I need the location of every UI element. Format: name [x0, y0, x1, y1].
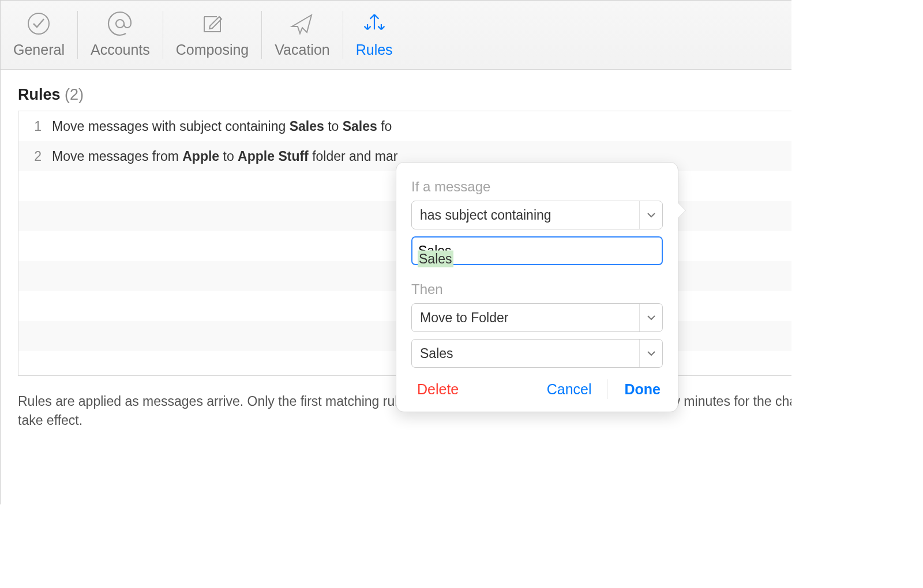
- rules-header: Rules (2) Add a Rule…: [18, 86, 791, 104]
- condition-value-input[interactable]: [411, 236, 663, 265]
- tab-label: Vacation: [275, 42, 329, 58]
- then-label: Then: [411, 281, 663, 297]
- chevron-down-icon: [639, 201, 662, 229]
- condition-value-wrapper: Sales: [411, 236, 663, 281]
- row-index: 1: [29, 119, 42, 134]
- svg-point-1: [116, 20, 124, 28]
- tab-label: General: [13, 42, 65, 58]
- airplane-icon: [289, 10, 316, 37]
- tab-composing[interactable]: Composing: [163, 1, 261, 69]
- svg-point-0: [28, 13, 49, 34]
- popover-footer: Delete Cancel Done: [411, 379, 663, 399]
- tab-general[interactable]: General: [1, 1, 77, 69]
- condition-type-select[interactable]: has subject containing: [411, 201, 663, 229]
- compose-icon: [199, 10, 226, 37]
- if-label: If a message: [411, 179, 663, 195]
- chevron-down-icon: [639, 340, 662, 367]
- destination-folder-select[interactable]: Sales: [411, 339, 663, 368]
- rules-icon: [361, 10, 388, 37]
- at-sign-icon: [107, 10, 133, 37]
- chevron-down-icon: [639, 304, 662, 331]
- row-description: Move messages with subject containing Sa…: [52, 119, 791, 134]
- rules-count: (2): [65, 86, 84, 103]
- action-type-select[interactable]: Move to Folder: [411, 303, 663, 332]
- tab-accounts[interactable]: Accounts: [78, 1, 163, 69]
- rules-title: Rules (2): [18, 86, 84, 104]
- select-value: Move to Folder: [412, 310, 639, 326]
- rules-title-text: Rules: [18, 86, 61, 103]
- row-index: 2: [29, 149, 42, 164]
- done-button[interactable]: Done: [622, 381, 663, 398]
- check-circle-icon: [25, 10, 52, 37]
- delete-button[interactable]: Delete: [411, 381, 459, 398]
- content-area: Rules (2) Add a Rule… 1 Move messages wi…: [1, 70, 791, 504]
- tab-rules[interactable]: Rules: [343, 1, 406, 69]
- tab-label: Accounts: [91, 42, 150, 58]
- table-row[interactable]: 1 Move messages with subject containing …: [18, 111, 791, 141]
- preferences-toolbar: General Accounts Composing: [1, 1, 791, 70]
- tab-vacation[interactable]: Vacation: [262, 1, 342, 69]
- divider: [607, 379, 607, 399]
- preferences-window: General Accounts Composing: [0, 0, 791, 504]
- tab-label: Rules: [356, 42, 393, 58]
- cancel-button[interactable]: Cancel: [547, 381, 592, 398]
- select-value: Sales: [412, 346, 639, 361]
- rule-editor-popover: If a message has subject containing Sale…: [396, 162, 678, 412]
- select-value: has subject containing: [412, 208, 639, 223]
- tab-label: Composing: [176, 42, 249, 58]
